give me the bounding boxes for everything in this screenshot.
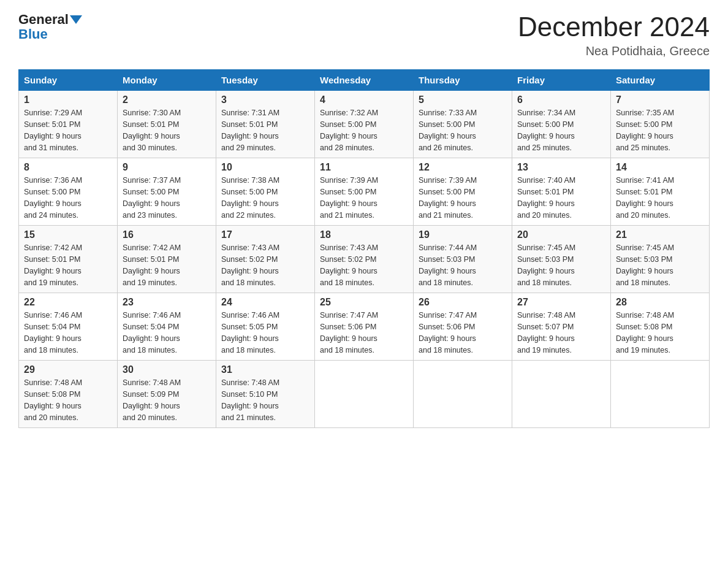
month-title: December 2024 (518, 12, 710, 42)
day-info: Sunrise: 7:43 AM Sunset: 5:02 PM Dayligh… (221, 242, 309, 288)
calendar-cell: 20 Sunrise: 7:45 AM Sunset: 5:03 PM Dayl… (512, 226, 611, 293)
calendar-cell: 2 Sunrise: 7:30 AM Sunset: 5:01 PM Dayli… (118, 91, 216, 158)
day-number: 14 (616, 162, 704, 173)
calendar-body: 1 Sunrise: 7:29 AM Sunset: 5:01 PM Dayli… (19, 91, 710, 428)
day-info: Sunrise: 7:43 AM Sunset: 5:02 PM Dayligh… (320, 242, 408, 288)
calendar-cell: 12 Sunrise: 7:39 AM Sunset: 5:00 PM Dayl… (414, 158, 512, 226)
day-number: 17 (221, 229, 309, 240)
calendar-cell (414, 361, 512, 428)
day-number: 25 (320, 297, 408, 308)
day-number: 18 (320, 229, 408, 240)
calendar-cell: 21 Sunrise: 7:45 AM Sunset: 5:03 PM Dayl… (611, 226, 710, 293)
title-block: December 2024 Nea Potidhaia, Greece (518, 12, 710, 58)
calendar-cell: 4 Sunrise: 7:32 AM Sunset: 5:00 PM Dayli… (315, 91, 414, 158)
day-info: Sunrise: 7:39 AM Sunset: 5:00 PM Dayligh… (419, 175, 507, 221)
calendar-cell: 25 Sunrise: 7:47 AM Sunset: 5:06 PM Dayl… (315, 293, 414, 361)
calendar-cell (512, 361, 611, 428)
day-number: 8 (24, 162, 112, 173)
day-info: Sunrise: 7:32 AM Sunset: 5:00 PM Dayligh… (320, 107, 408, 153)
day-info: Sunrise: 7:45 AM Sunset: 5:03 PM Dayligh… (517, 242, 605, 288)
calendar-header: Sunday Monday Tuesday Wednesday Thursday… (19, 70, 710, 91)
calendar-cell: 23 Sunrise: 7:46 AM Sunset: 5:04 PM Dayl… (118, 293, 216, 361)
calendar-cell: 18 Sunrise: 7:43 AM Sunset: 5:02 PM Dayl… (315, 226, 414, 293)
calendar-cell: 11 Sunrise: 7:39 AM Sunset: 5:00 PM Dayl… (315, 158, 414, 226)
day-number: 30 (123, 364, 211, 375)
header-row: Sunday Monday Tuesday Wednesday Thursday… (19, 70, 710, 91)
day-info: Sunrise: 7:34 AM Sunset: 5:00 PM Dayligh… (517, 107, 605, 153)
calendar-cell: 13 Sunrise: 7:40 AM Sunset: 5:01 PM Dayl… (512, 158, 611, 226)
day-info: Sunrise: 7:48 AM Sunset: 5:09 PM Dayligh… (123, 377, 211, 423)
day-number: 10 (221, 162, 309, 173)
calendar-cell: 10 Sunrise: 7:38 AM Sunset: 5:00 PM Dayl… (216, 158, 315, 226)
calendar-cell: 5 Sunrise: 7:33 AM Sunset: 5:00 PM Dayli… (414, 91, 512, 158)
day-number: 3 (221, 94, 309, 105)
day-info: Sunrise: 7:37 AM Sunset: 5:00 PM Dayligh… (123, 175, 211, 221)
day-info: Sunrise: 7:33 AM Sunset: 5:00 PM Dayligh… (419, 107, 507, 153)
day-number: 29 (24, 364, 112, 375)
day-number: 31 (221, 364, 309, 375)
day-info: Sunrise: 7:48 AM Sunset: 5:08 PM Dayligh… (24, 377, 112, 423)
calendar-cell (611, 361, 710, 428)
day-info: Sunrise: 7:36 AM Sunset: 5:00 PM Dayligh… (24, 175, 112, 221)
calendar-cell: 26 Sunrise: 7:47 AM Sunset: 5:06 PM Dayl… (414, 293, 512, 361)
day-number: 27 (517, 297, 605, 308)
col-thursday: Thursday (414, 70, 512, 91)
day-number: 9 (123, 162, 211, 173)
calendar-cell: 31 Sunrise: 7:48 AM Sunset: 5:10 PM Dayl… (216, 361, 315, 428)
col-sunday: Sunday (19, 70, 118, 91)
day-info: Sunrise: 7:42 AM Sunset: 5:01 PM Dayligh… (123, 242, 211, 288)
day-number: 16 (123, 229, 211, 240)
day-number: 7 (616, 94, 704, 105)
col-monday: Monday (118, 70, 216, 91)
col-tuesday: Tuesday (216, 70, 315, 91)
col-friday: Friday (512, 70, 611, 91)
day-info: Sunrise: 7:29 AM Sunset: 5:01 PM Dayligh… (24, 107, 112, 153)
day-info: Sunrise: 7:45 AM Sunset: 5:03 PM Dayligh… (616, 242, 704, 288)
day-number: 24 (221, 297, 309, 308)
calendar-cell: 28 Sunrise: 7:48 AM Sunset: 5:08 PM Dayl… (611, 293, 710, 361)
day-number: 12 (419, 162, 507, 173)
day-number: 1 (24, 94, 112, 105)
day-info: Sunrise: 7:41 AM Sunset: 5:01 PM Dayligh… (616, 175, 704, 221)
week-row-4: 22 Sunrise: 7:46 AM Sunset: 5:04 PM Dayl… (19, 293, 710, 361)
day-info: Sunrise: 7:39 AM Sunset: 5:00 PM Dayligh… (320, 175, 408, 221)
day-info: Sunrise: 7:48 AM Sunset: 5:08 PM Dayligh… (616, 310, 704, 356)
day-info: Sunrise: 7:48 AM Sunset: 5:10 PM Dayligh… (221, 377, 309, 423)
week-row-3: 15 Sunrise: 7:42 AM Sunset: 5:01 PM Dayl… (19, 226, 710, 293)
calendar-cell: 19 Sunrise: 7:44 AM Sunset: 5:03 PM Dayl… (414, 226, 512, 293)
page-header: General Blue December 2024 Nea Potidhaia… (18, 12, 710, 58)
calendar-cell: 15 Sunrise: 7:42 AM Sunset: 5:01 PM Dayl… (19, 226, 118, 293)
day-info: Sunrise: 7:46 AM Sunset: 5:04 PM Dayligh… (24, 310, 112, 356)
location-text: Nea Potidhaia, Greece (518, 44, 710, 58)
day-number: 19 (419, 229, 507, 240)
day-number: 26 (419, 297, 507, 308)
day-number: 13 (517, 162, 605, 173)
calendar-cell: 17 Sunrise: 7:43 AM Sunset: 5:02 PM Dayl… (216, 226, 315, 293)
day-number: 5 (419, 94, 507, 105)
day-info: Sunrise: 7:30 AM Sunset: 5:01 PM Dayligh… (123, 107, 211, 153)
day-number: 20 (517, 229, 605, 240)
calendar-table: Sunday Monday Tuesday Wednesday Thursday… (18, 69, 710, 428)
day-number: 28 (616, 297, 704, 308)
logo-triangle-icon (70, 15, 82, 24)
calendar-cell (315, 361, 414, 428)
day-number: 21 (616, 229, 704, 240)
logo: General Blue (18, 12, 82, 42)
day-info: Sunrise: 7:38 AM Sunset: 5:00 PM Dayligh… (221, 175, 309, 221)
day-number: 6 (517, 94, 605, 105)
calendar-cell: 9 Sunrise: 7:37 AM Sunset: 5:00 PM Dayli… (118, 158, 216, 226)
calendar-cell: 24 Sunrise: 7:46 AM Sunset: 5:05 PM Dayl… (216, 293, 315, 361)
day-number: 15 (24, 229, 112, 240)
day-number: 4 (320, 94, 408, 105)
calendar-cell: 30 Sunrise: 7:48 AM Sunset: 5:09 PM Dayl… (118, 361, 216, 428)
day-info: Sunrise: 7:42 AM Sunset: 5:01 PM Dayligh… (24, 242, 112, 288)
calendar-cell: 29 Sunrise: 7:48 AM Sunset: 5:08 PM Dayl… (19, 361, 118, 428)
day-number: 11 (320, 162, 408, 173)
calendar-cell: 16 Sunrise: 7:42 AM Sunset: 5:01 PM Dayl… (118, 226, 216, 293)
week-row-2: 8 Sunrise: 7:36 AM Sunset: 5:00 PM Dayli… (19, 158, 710, 226)
calendar-cell: 6 Sunrise: 7:34 AM Sunset: 5:00 PM Dayli… (512, 91, 611, 158)
day-number: 23 (123, 297, 211, 308)
day-info: Sunrise: 7:31 AM Sunset: 5:01 PM Dayligh… (221, 107, 309, 153)
day-number: 2 (123, 94, 211, 105)
day-info: Sunrise: 7:48 AM Sunset: 5:07 PM Dayligh… (517, 310, 605, 356)
